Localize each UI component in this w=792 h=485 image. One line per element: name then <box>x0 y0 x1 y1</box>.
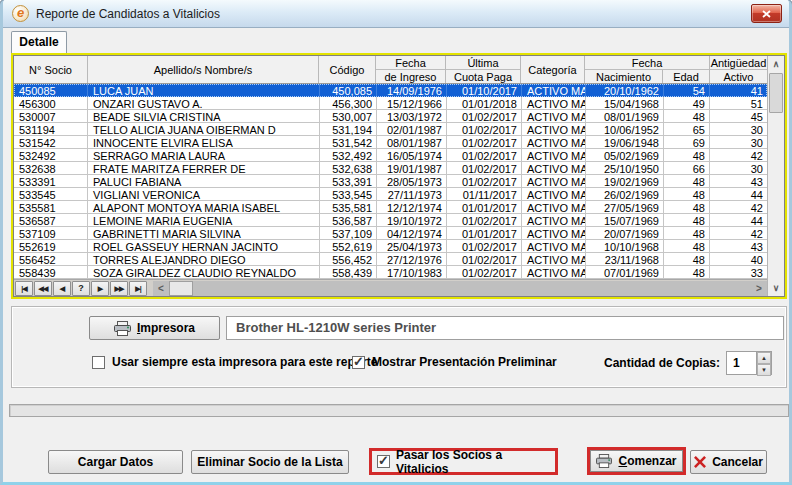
cell-codigo: 533,391 <box>320 175 377 188</box>
cell-categoria: ACTIVO MA <box>522 97 586 110</box>
table-row[interactable]: 556452TORRES ALEJANDRO DIEGO556,45227/12… <box>14 253 767 266</box>
preview-option[interactable]: Mostrar Presentación Preliminar <box>352 355 557 369</box>
horizontal-scrollbar[interactable]: < > <box>153 281 767 296</box>
col-header-cuota: Última Cuota Paga <box>446 56 521 83</box>
pass-to-vitalicios-checkbox[interactable] <box>377 455 390 468</box>
nav-last-button[interactable]: ▶| <box>129 281 147 296</box>
always-use-checkbox[interactable] <box>92 356 105 369</box>
cell-antiguedad: 43 <box>710 175 767 188</box>
close-button[interactable] <box>751 4 782 23</box>
table-row[interactable]: 456300ONZARI GUSTAVO A.456,30015/12/1966… <box>14 97 767 110</box>
cell-categoria: ACTIVO MA <box>522 214 586 227</box>
cell-categoria: ACTIVO MA <box>522 84 586 97</box>
vertical-scrollbar[interactable]: ∧ ∨ <box>767 56 784 296</box>
table-row[interactable]: 531194TELLO ALICIA JUANA OIBERMAN D531,1… <box>14 123 767 136</box>
table-row[interactable]: 537109GABRINETTI MARIA SILVINA537,10904/… <box>14 227 767 240</box>
table-row[interactable]: 535581ALAPONT MONTOYA MARIA ISABEL535,58… <box>14 201 767 214</box>
cell-socio: 450085 <box>14 84 88 97</box>
cell-antiguedad: 30 <box>710 162 767 175</box>
copies-spinner[interactable]: 1 ▲ ▼ <box>726 351 772 375</box>
cell-cuota: 01/02/2017 <box>447 162 522 175</box>
cell-categoria: ACTIVO MA <box>522 227 586 240</box>
cell-nombre: LUCA JUAN <box>88 84 320 97</box>
table-row[interactable]: 531542INNOCENTE ELVIRA ELISA531,54208/01… <box>14 136 767 149</box>
remove-member-button[interactable]: Eliminar Socio de la Lista <box>191 450 349 474</box>
cell-nombre: GABRINETTI MARIA SILVINA <box>88 227 320 240</box>
cell-nacimiento: 26/02/1969 <box>586 188 664 201</box>
cell-socio: 558439 <box>14 266 88 279</box>
cell-categoria: ACTIVO MA <box>522 175 586 188</box>
vertical-scroll-track[interactable] <box>768 114 784 280</box>
cell-cuota: 01/02/2017 <box>447 110 522 123</box>
cell-nacimiento: 15/04/1968 <box>586 97 664 110</box>
nav-fast-next-button[interactable]: ▶▶ <box>110 281 128 296</box>
cancel-button[interactable]: Cancelar <box>690 450 767 474</box>
table-row[interactable]: 558439SOZA GIRALDEZ CLAUDIO REYNALDO558,… <box>14 266 767 279</box>
cell-socio: 537109 <box>14 227 88 240</box>
col-header-socio: N° Socio <box>14 56 88 83</box>
preview-checkbox[interactable] <box>352 356 365 369</box>
cell-cuota: 01/01/2017 <box>447 201 522 214</box>
printer-button-label: Impresora <box>137 321 195 335</box>
cell-nombre: LEMOINE MARIA EUGENIA <box>88 214 320 227</box>
cell-ingreso: 02/01/1987 <box>377 123 447 136</box>
cell-antiguedad: 45 <box>710 110 767 123</box>
cell-nombre: ONZARI GUSTAVO A. <box>88 97 320 110</box>
nav-fast-prev-button[interactable]: ◀◀ <box>34 281 52 296</box>
cell-socio: 533391 <box>14 175 88 188</box>
nav-prev-button[interactable]: ◀ <box>53 281 71 296</box>
cell-edad: 48 <box>664 175 710 188</box>
nav-help-button[interactable]: ? <box>72 281 90 296</box>
horizontal-scroll-track[interactable] <box>193 281 751 296</box>
cell-cuota: 01/02/2017 <box>447 214 522 227</box>
nav-next-button[interactable]: ▶ <box>91 281 109 296</box>
table-row[interactable]: 450085LUCA JUAN450,08514/09/197601/10/20… <box>14 84 767 97</box>
always-use-printer-option[interactable]: Usar siempre esta impresora para este re… <box>92 355 377 369</box>
grid-bottom-strip: |◀ ◀◀ ◀ ? ▶ ▶▶ ▶| < > <box>14 279 767 296</box>
spinner-up-icon[interactable]: ▲ <box>757 352 771 364</box>
cell-categoria: ACTIVO MA <box>522 201 586 214</box>
nav-first-button[interactable]: |◀ <box>15 281 33 296</box>
vertical-scroll-thumb[interactable] <box>769 73 783 113</box>
col-header-categoria: Categoría <box>521 56 585 83</box>
cell-nombre: ALAPONT MONTOYA MARIA ISABEL <box>88 201 320 214</box>
close-icon <box>762 10 771 18</box>
cell-categoria: ACTIVO MA <box>522 123 586 136</box>
cell-cuota: 01/02/2017 <box>447 266 522 279</box>
table-row[interactable]: 533545VIGLIANI VERONICA533,54527/11/1973… <box>14 188 767 201</box>
table-row[interactable]: 536587LEMOINE MARIA EUGENIA536,58719/10/… <box>14 214 767 227</box>
table-row[interactable]: 552619ROEL GASSEUY HERNAN JACINTO552,619… <box>14 240 767 253</box>
cell-socio: 536587 <box>14 214 88 227</box>
horizontal-scroll-thumb[interactable] <box>169 281 193 296</box>
printer-groupbox: Impresora Brother HL-1210W series Printe… <box>11 306 787 388</box>
cell-categoria: ACTIVO MA <box>522 188 586 201</box>
pass-to-vitalicios-option[interactable]: Pasar los Socios a Vitalicios <box>369 448 558 475</box>
col-header-codigo: Código <box>319 56 376 83</box>
scroll-down-icon[interactable]: ∨ <box>768 280 784 296</box>
table-row[interactable]: 530007BEADE SILVIA CRISTINA530,00713/03/… <box>14 110 767 123</box>
remove-member-label: Eliminar Socio de la Lista <box>197 455 342 469</box>
scroll-right-icon[interactable]: > <box>751 281 767 296</box>
printer-button[interactable]: Impresora <box>89 316 220 340</box>
cell-nacimiento: 10/06/1952 <box>586 123 664 136</box>
window-title: Reporte de Candidatos a Vitalicios <box>36 7 220 21</box>
spinner-down-icon[interactable]: ▼ <box>757 364 771 376</box>
table-row[interactable]: 532638FRATE MARITZA FERRER DE532,63819/0… <box>14 162 767 175</box>
cell-cuota: 01/02/2017 <box>447 136 522 149</box>
cell-ingreso: 27/12/1976 <box>377 253 447 266</box>
scroll-left-icon[interactable]: < <box>153 281 169 296</box>
start-button[interactable]: Comenzar <box>590 450 683 472</box>
load-data-button[interactable]: Cargar Datos <box>48 450 183 474</box>
cell-ingreso: 04/12/1974 <box>377 227 447 240</box>
col-header-fecha-nacimiento-edad: Fecha Nacimiento Edad <box>585 56 710 83</box>
scroll-up-icon[interactable]: ∧ <box>768 56 784 72</box>
tab-detalle[interactable]: Detalle <box>11 31 67 54</box>
title-bar[interactable]: e Reporte de Candidatos a Vitalicios <box>3 0 789 28</box>
printer-name-field[interactable]: Brother HL-1210W series Printer <box>226 316 784 340</box>
cell-ingreso: 15/12/1966 <box>377 97 447 110</box>
copies-value[interactable]: 1 <box>727 352 756 374</box>
cell-nacimiento: 25/10/1950 <box>586 162 664 175</box>
table-row[interactable]: 532492SERRAGO MARIA LAURA532,49216/05/19… <box>14 149 767 162</box>
table-row[interactable]: 533391PALUCI FABIANA533,39128/05/197301/… <box>14 175 767 188</box>
cell-edad: 48 <box>664 149 710 162</box>
